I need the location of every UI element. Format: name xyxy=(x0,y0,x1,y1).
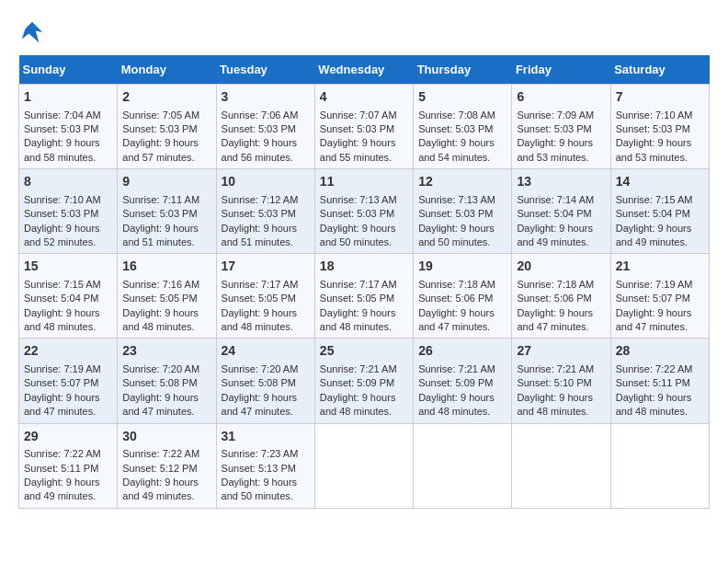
day-info: Daylight: 9 hours and 48 minutes. xyxy=(222,306,310,335)
day-info: Sunset: 5:03 PM xyxy=(122,207,210,221)
day-info: Sunrise: 7:06 AM xyxy=(222,109,310,122)
calendar-cell: 7Sunrise: 7:10 AMSunset: 5:03 PMDaylight… xyxy=(610,85,709,169)
day-info: Sunset: 5:03 PM xyxy=(222,122,310,136)
day-info: Sunrise: 7:13 AM xyxy=(320,193,408,207)
day-number: 3 xyxy=(222,88,310,107)
calendar-cell: 24Sunrise: 7:20 AMSunset: 5:08 PMDayligh… xyxy=(216,339,314,423)
day-info: Daylight: 9 hours and 53 minutes. xyxy=(616,136,704,165)
day-number: 30 xyxy=(122,428,210,446)
day-info: Daylight: 9 hours and 47 minutes. xyxy=(222,391,310,419)
calendar-cell: 30Sunrise: 7:22 AMSunset: 5:12 PMDayligh… xyxy=(118,423,216,508)
day-info: Sunset: 5:03 PM xyxy=(320,122,408,136)
day-info: Sunrise: 7:20 AM xyxy=(222,362,310,376)
day-info: Sunset: 5:04 PM xyxy=(616,207,704,221)
calendar-cell: 12Sunrise: 7:13 AMSunset: 5:03 PMDayligh… xyxy=(414,169,512,254)
calendar-cell: 11Sunrise: 7:13 AMSunset: 5:03 PMDayligh… xyxy=(314,169,413,254)
day-number: 29 xyxy=(24,428,112,446)
day-info: Sunrise: 7:22 AM xyxy=(24,447,112,461)
day-info: Daylight: 9 hours and 47 minutes. xyxy=(122,391,210,419)
day-info: Daylight: 9 hours and 51 minutes. xyxy=(122,222,210,250)
calendar-cell: 3Sunrise: 7:06 AMSunset: 5:03 PMDaylight… xyxy=(216,85,314,169)
day-number: 1 xyxy=(24,88,112,107)
day-info: Daylight: 9 hours and 48 minutes. xyxy=(320,391,408,419)
day-info: Sunrise: 7:18 AM xyxy=(418,278,506,292)
day-number: 13 xyxy=(517,173,605,191)
day-info: Daylight: 9 hours and 50 minutes. xyxy=(418,222,506,250)
calendar-cell: 16Sunrise: 7:16 AMSunset: 5:05 PMDayligh… xyxy=(118,254,216,339)
day-info: Daylight: 9 hours and 51 minutes. xyxy=(222,222,310,250)
day-info: Sunrise: 7:09 AM xyxy=(517,109,605,122)
calendar-cell: 10Sunrise: 7:12 AMSunset: 5:03 PMDayligh… xyxy=(216,169,314,254)
calendar-cell: 25Sunrise: 7:21 AMSunset: 5:09 PMDayligh… xyxy=(314,339,413,423)
day-info: Sunset: 5:06 PM xyxy=(517,292,605,305)
day-info: Daylight: 9 hours and 47 minutes. xyxy=(418,306,506,335)
calendar-cell: 19Sunrise: 7:18 AMSunset: 5:06 PMDayligh… xyxy=(414,254,512,339)
day-info: Sunrise: 7:21 AM xyxy=(517,362,605,376)
day-info: Sunrise: 7:07 AM xyxy=(320,109,408,122)
day-info: Sunrise: 7:21 AM xyxy=(320,362,408,376)
day-number: 28 xyxy=(616,342,704,361)
day-number: 4 xyxy=(320,88,408,107)
day-info: Daylight: 9 hours and 50 minutes. xyxy=(320,222,408,250)
calendar-week-row: 22Sunrise: 7:19 AMSunset: 5:07 PMDayligh… xyxy=(19,339,710,423)
day-number: 18 xyxy=(320,258,408,276)
day-info: Sunset: 5:11 PM xyxy=(24,462,112,476)
calendar-cell: 15Sunrise: 7:15 AMSunset: 5:04 PMDayligh… xyxy=(19,254,118,339)
logo-icon xyxy=(18,18,46,46)
day-number: 31 xyxy=(222,428,310,446)
day-number: 26 xyxy=(418,342,506,361)
day-info: Sunset: 5:11 PM xyxy=(616,376,704,390)
calendar-cell: 22Sunrise: 7:19 AMSunset: 5:07 PMDayligh… xyxy=(19,339,118,423)
day-info: Sunset: 5:03 PM xyxy=(122,122,210,136)
day-info: Daylight: 9 hours and 48 minutes. xyxy=(517,391,605,419)
day-info: Sunset: 5:07 PM xyxy=(24,376,112,390)
day-info: Sunset: 5:13 PM xyxy=(222,462,310,476)
column-header-sunday: Sunday xyxy=(19,55,118,85)
day-number: 8 xyxy=(24,173,112,191)
calendar-cell: 18Sunrise: 7:17 AMSunset: 5:05 PMDayligh… xyxy=(314,254,413,339)
day-number: 27 xyxy=(517,342,605,361)
day-number: 25 xyxy=(320,342,408,361)
day-info: Sunset: 5:04 PM xyxy=(24,292,112,305)
calendar-week-row: 29Sunrise: 7:22 AMSunset: 5:11 PMDayligh… xyxy=(19,423,710,508)
column-header-thursday: Thursday xyxy=(414,55,512,85)
day-info: Sunset: 5:03 PM xyxy=(24,122,112,136)
day-info: Sunrise: 7:10 AM xyxy=(616,109,704,122)
calendar-cell: 2Sunrise: 7:05 AMSunset: 5:03 PMDaylight… xyxy=(118,85,216,169)
calendar-cell: 8Sunrise: 7:10 AMSunset: 5:03 PMDaylight… xyxy=(19,169,118,254)
day-info: Sunrise: 7:17 AM xyxy=(320,278,408,292)
calendar-week-row: 8Sunrise: 7:10 AMSunset: 5:03 PMDaylight… xyxy=(19,169,710,254)
day-info: Daylight: 9 hours and 47 minutes. xyxy=(24,391,112,419)
day-info: Daylight: 9 hours and 57 minutes. xyxy=(122,136,210,165)
calendar-cell xyxy=(512,423,610,508)
day-info: Sunrise: 7:13 AM xyxy=(418,193,506,207)
day-info: Daylight: 9 hours and 48 minutes. xyxy=(616,391,704,419)
day-info: Daylight: 9 hours and 58 minutes. xyxy=(24,136,112,165)
day-info: Daylight: 9 hours and 56 minutes. xyxy=(222,136,310,165)
day-info: Sunrise: 7:19 AM xyxy=(616,278,704,292)
day-number: 7 xyxy=(616,88,704,107)
calendar-cell: 31Sunrise: 7:23 AMSunset: 5:13 PMDayligh… xyxy=(216,423,314,508)
day-number: 11 xyxy=(320,173,408,191)
day-info: Daylight: 9 hours and 49 minutes. xyxy=(24,476,112,504)
day-info: Sunset: 5:03 PM xyxy=(222,207,310,221)
day-number: 14 xyxy=(616,173,704,191)
day-info: Sunset: 5:03 PM xyxy=(24,207,112,221)
day-info: Sunrise: 7:20 AM xyxy=(122,362,210,376)
day-info: Sunset: 5:08 PM xyxy=(122,376,210,390)
day-info: Daylight: 9 hours and 49 minutes. xyxy=(616,222,704,250)
day-info: Daylight: 9 hours and 54 minutes. xyxy=(418,136,506,165)
day-info: Sunrise: 7:15 AM xyxy=(616,193,704,207)
day-number: 12 xyxy=(418,173,506,191)
day-info: Sunrise: 7:05 AM xyxy=(122,109,210,122)
day-info: Sunset: 5:05 PM xyxy=(222,292,310,305)
day-info: Sunrise: 7:10 AM xyxy=(24,193,112,207)
calendar-cell: 21Sunrise: 7:19 AMSunset: 5:07 PMDayligh… xyxy=(610,254,709,339)
day-info: Daylight: 9 hours and 50 minutes. xyxy=(222,476,310,504)
column-header-saturday: Saturday xyxy=(610,55,709,85)
day-number: 6 xyxy=(517,88,605,107)
day-info: Daylight: 9 hours and 48 minutes. xyxy=(320,306,408,335)
day-info: Daylight: 9 hours and 53 minutes. xyxy=(517,136,605,165)
day-info: Daylight: 9 hours and 47 minutes. xyxy=(616,306,704,335)
day-info: Sunrise: 7:08 AM xyxy=(418,109,506,122)
